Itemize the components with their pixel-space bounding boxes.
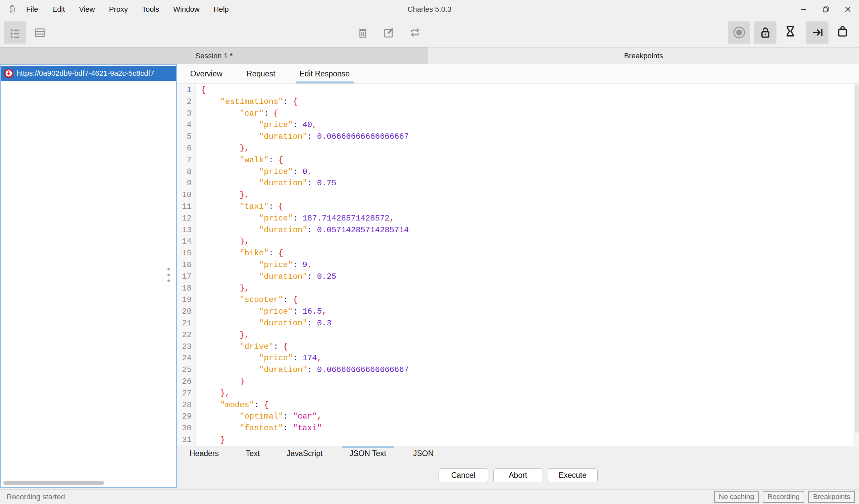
- line-number-gutter: 1234567891011121314151617181920212223242…: [177, 84, 196, 446]
- sequence-view-button[interactable]: [4, 21, 26, 44]
- structure-view-button[interactable]: [29, 21, 51, 44]
- menu-window[interactable]: Window: [173, 5, 199, 14]
- repeat-arrows-icon: [408, 26, 422, 39]
- code-line: "taxi": {: [201, 201, 854, 213]
- status-bar: Recording started No cachingRecordingBre…: [0, 489, 859, 504]
- trash-icon: [356, 26, 370, 39]
- code-line: "price": 40,: [201, 119, 854, 131]
- charles-app-icon: [7, 4, 17, 15]
- code-area[interactable]: { "estimations": { "car": { "price": 40,…: [196, 84, 854, 446]
- code-line: },: [201, 388, 854, 399]
- code-line: "estimations": {: [201, 96, 854, 108]
- abort-button[interactable]: Abort: [493, 469, 543, 482]
- menu-file[interactable]: File: [26, 5, 38, 14]
- json-editor[interactable]: 1234567891011121314151617181920212223242…: [177, 84, 859, 446]
- breakpoints-button[interactable]: [806, 21, 828, 44]
- code-line: "duration": 0.75: [201, 178, 854, 189]
- request-url: https://0a902db9-bdf7-4621-9a2c-5c8cdf7: [17, 69, 154, 78]
- code-line: "price": 9,: [201, 259, 854, 271]
- scrollbar-thumb[interactable]: [855, 84, 859, 433]
- minimize-button[interactable]: [793, 0, 815, 19]
- badge-recording[interactable]: Recording: [763, 491, 804, 503]
- tab-javascript[interactable]: JavaScript: [282, 446, 327, 461]
- line-number: 23: [177, 341, 196, 353]
- tab-session-1[interactable]: Session 1 *: [0, 48, 428, 64]
- line-number: 25: [177, 364, 196, 376]
- code-line: "price": 0,: [201, 166, 854, 178]
- line-number: 27: [177, 388, 196, 399]
- editor-vertical-scrollbar[interactable]: [854, 84, 859, 446]
- repeat-button[interactable]: [407, 25, 423, 40]
- menu-bar: FileEditViewProxyToolsWindowHelp: [26, 0, 229, 19]
- line-number: 20: [177, 306, 196, 318]
- compose-new-button[interactable]: [835, 23, 850, 39]
- tab-json-text[interactable]: JSON Text: [345, 446, 391, 461]
- throttle-button[interactable]: [783, 23, 798, 39]
- scrollbar-thumb[interactable]: [3, 481, 104, 485]
- tab-overview[interactable]: Overview: [186, 64, 226, 83]
- code-line: "bike": {: [201, 248, 854, 259]
- cancel-button[interactable]: Cancel: [439, 469, 488, 482]
- delete-button[interactable]: [355, 25, 371, 40]
- code-line: "fastest": "taxi": [201, 423, 854, 434]
- execute-button[interactable]: Execute: [548, 469, 598, 482]
- tab-json[interactable]: JSON: [408, 446, 438, 461]
- restore-button[interactable]: [815, 0, 837, 19]
- badge-breakpoints[interactable]: Breakpoints: [808, 491, 855, 503]
- splitter-handle[interactable]: [167, 268, 170, 282]
- compose-button[interactable]: [381, 25, 397, 40]
- tab-label: JSON: [413, 449, 434, 458]
- session-sidebar[interactable]: https://0a902db9-bdf7-4621-9a2c-5c8cdf7: [0, 64, 177, 488]
- sidebar-horizontal-scrollbar[interactable]: [2, 481, 171, 485]
- line-number: 31: [177, 434, 196, 446]
- line-number: 14: [177, 236, 196, 248]
- menu-tools[interactable]: Tools: [142, 5, 159, 14]
- code-line: "modes": {: [201, 399, 854, 411]
- menu-view[interactable]: View: [79, 5, 95, 14]
- title-bar: FileEditViewProxyToolsWindowHelp Charles…: [0, 0, 859, 19]
- charles-window: FileEditViewProxyToolsWindowHelp Charles…: [0, 0, 859, 504]
- tab-request[interactable]: Request: [243, 64, 280, 83]
- session-tab-strip: Session 1 * Breakpoints: [0, 48, 859, 64]
- request-row-selected[interactable]: https://0a902db9-bdf7-4621-9a2c-5c8cdf7: [1, 66, 176, 81]
- line-number: 13: [177, 224, 196, 236]
- tab-label: JavaScript: [287, 449, 322, 458]
- menu-proxy[interactable]: Proxy: [109, 5, 128, 14]
- tab-text[interactable]: Text: [241, 446, 265, 461]
- line-number: 22: [177, 329, 196, 341]
- close-button[interactable]: [837, 0, 859, 19]
- ssl-proxying-button[interactable]: [754, 21, 777, 44]
- tab-edit-response[interactable]: Edit Response: [296, 64, 354, 83]
- tab-label: Headers: [190, 449, 219, 458]
- code-line: },: [201, 189, 854, 201]
- toolbar: [0, 19, 859, 48]
- code-line: {: [201, 84, 854, 96]
- breakpoint-octagon-icon: [3, 68, 14, 79]
- tab-headers[interactable]: Headers: [185, 446, 224, 461]
- record-icon: [732, 25, 747, 40]
- menu-edit[interactable]: Edit: [52, 5, 65, 14]
- open-lock-icon: [758, 25, 773, 40]
- code-line: "walk": {: [201, 155, 854, 166]
- body-format-tab-bar: HeadersTextJavaScriptJSON TextJSON: [177, 446, 859, 461]
- menu-help[interactable]: Help: [214, 5, 229, 14]
- code-line: "duration": 0.3: [201, 318, 854, 329]
- line-number: 9: [177, 178, 196, 189]
- tab-breakpoints[interactable]: Breakpoints: [428, 48, 859, 64]
- line-number: 12: [177, 213, 196, 224]
- code-line: "duration": 0.05714285714285714: [201, 224, 854, 236]
- edit-pencil-icon: [382, 26, 396, 39]
- code-line: "price": 187.71428571428572,: [201, 213, 854, 224]
- arrow-to-bar-icon: [810, 25, 825, 40]
- tab-label: Text: [246, 449, 260, 458]
- code-line: "car": {: [201, 108, 854, 120]
- line-number: 19: [177, 294, 196, 306]
- line-number: 30: [177, 423, 196, 434]
- response-tab-bar: OverviewRequestEdit Response: [177, 64, 859, 84]
- code-line: "drive": {: [201, 341, 854, 353]
- code-line: "price": 174,: [201, 352, 854, 364]
- record-button[interactable]: [728, 21, 750, 44]
- badge-no-caching[interactable]: No caching: [714, 491, 759, 503]
- tab-label: JSON Text: [350, 449, 387, 458]
- line-number: 7: [177, 155, 196, 166]
